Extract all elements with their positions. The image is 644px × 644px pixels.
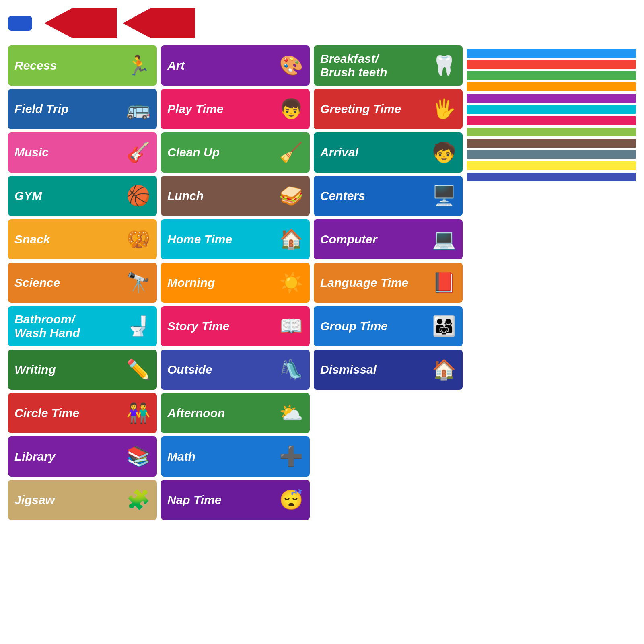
card-label: Jigsaw: [14, 493, 55, 507]
color-strip: [467, 49, 636, 58]
card-label: Snack: [14, 232, 50, 247]
card-label: Bathroom/ Wash Hand: [14, 313, 80, 340]
card-icon: 👨‍👩‍👧: [432, 315, 456, 337]
schedule-card: Lunch🥪: [161, 176, 310, 216]
schedule-card: Arrival🧒: [314, 132, 463, 173]
card-icon: ✏️: [126, 358, 150, 381]
card-icon: 🏠: [279, 228, 303, 251]
color-strip: [467, 71, 636, 80]
schedule-card: Music🎸: [8, 132, 157, 173]
svg-marker-0: [44, 8, 117, 38]
card-icon: 🧒: [432, 141, 456, 164]
card-label: Story Time: [167, 319, 230, 333]
card-icon: 😴: [279, 489, 303, 511]
card-icon: 🥨: [126, 228, 150, 251]
card-label: Clean Up: [167, 146, 220, 160]
column-1: Recess🏃Field Trip🚌Music🎸GYM🏀Snack🥨Scienc…: [8, 45, 157, 621]
color-strip: [467, 60, 636, 69]
arrow-left-2: [123, 8, 195, 38]
card-icon: 👫: [126, 402, 150, 424]
card-label: Music: [14, 146, 49, 160]
schedule-card: Art🎨: [161, 45, 310, 86]
card-icon: 🚽: [126, 315, 150, 337]
schedule-card: Jigsaw🧩: [8, 480, 157, 520]
schedule-card: Afternoon⛅: [161, 393, 310, 433]
color-strip: [467, 82, 636, 91]
card-icon: ➕: [279, 445, 303, 468]
column-2: Art🎨Play Time👦Clean Up🧹Lunch🥪Home Time🏠M…: [161, 45, 310, 621]
card-icon: 📕: [432, 272, 456, 294]
schedule-card: Math➕: [161, 436, 310, 477]
card-label: Writing: [14, 363, 56, 377]
schedule-card: Nap Time😴: [161, 480, 310, 520]
schedule-card: Dismissal🏠: [314, 350, 463, 390]
card-icon: ⛅: [279, 402, 303, 424]
schedule-card: Breakfast/ Brush teeth🦷: [314, 45, 463, 86]
card-icon: 🏃: [126, 54, 150, 77]
schedule-card: Science🔭: [8, 263, 157, 303]
card-icon: 💻: [432, 228, 456, 251]
card-label: Arrival: [320, 146, 358, 160]
card-icon: 🧩: [126, 489, 150, 511]
schedule-card: Recess🏃: [8, 45, 157, 86]
card-label: Field Trip: [14, 102, 68, 116]
card-label: Recess: [14, 59, 57, 73]
schedule-card: Centers🖥️: [314, 176, 463, 216]
schedule-card: Snack🥨: [8, 219, 157, 259]
column-strips: [467, 45, 636, 621]
color-strip: [467, 94, 636, 103]
schedule-card: Bathroom/ Wash Hand🚽: [8, 306, 157, 346]
card-icon: ☀️: [279, 272, 303, 294]
card-label: Afternoon: [167, 406, 225, 420]
schedule-card: Writing✏️: [8, 350, 157, 390]
card-icon: 🚌: [126, 98, 150, 120]
schedule-card: Circle Time👫: [8, 393, 157, 433]
schedule-card: Clean Up🧹: [161, 132, 310, 173]
card-label: Language Time: [320, 276, 409, 290]
card-label: Math: [167, 450, 195, 464]
card-label: Library: [14, 450, 56, 464]
card-icon: 🥪: [279, 185, 303, 207]
card-label: Nap Time: [167, 493, 222, 507]
schedule-card: Outside🛝: [161, 350, 310, 390]
card-label: Breakfast/ Brush teeth: [320, 52, 387, 80]
color-strip: [467, 150, 636, 159]
color-strips: [467, 45, 636, 185]
card-label: Computer: [320, 232, 377, 247]
schedule-grid: Recess🏃Field Trip🚌Music🎸GYM🏀Snack🥨Scienc…: [8, 45, 636, 621]
color-strip: [467, 105, 636, 114]
card-icon: 🖥️: [432, 185, 456, 207]
card-icon: 🦷: [432, 54, 456, 77]
card-label: Greeting Time: [320, 102, 401, 116]
arrow-left-1: [44, 8, 117, 38]
card-icon: 🧹: [279, 141, 303, 164]
header: [8, 8, 636, 38]
schedule-card: Play Time👦: [161, 89, 310, 129]
card-label: Morning: [167, 276, 215, 290]
card-icon: 👦: [279, 98, 303, 120]
schedule-card: Field Trip🚌: [8, 89, 157, 129]
schedule-card: Computer💻: [314, 219, 463, 259]
title-box: [8, 16, 32, 31]
column-3: Breakfast/ Brush teeth🦷Greeting Time🖐️Ar…: [314, 45, 463, 621]
card-label: Play Time: [167, 102, 224, 116]
schedule-card: Language Time📕: [314, 263, 463, 303]
card-icon: 🔭: [126, 272, 150, 294]
color-strip: [467, 116, 636, 125]
schedule-card: Library📚: [8, 436, 157, 477]
schedule-card: Group Time👨‍👩‍👧: [314, 306, 463, 346]
card-label: Dismissal: [320, 363, 377, 377]
card-label: Centers: [320, 189, 365, 203]
card-icon: 🎨: [279, 54, 303, 77]
card-label: Group Time: [320, 319, 388, 333]
schedule-card: Greeting Time🖐️: [314, 89, 463, 129]
color-strip: [467, 161, 636, 170]
arrows: [44, 8, 195, 38]
card-icon: 📖: [279, 315, 303, 337]
color-strip: [467, 128, 636, 136]
schedule-card: Story Time📖: [161, 306, 310, 346]
card-label: Art: [167, 59, 185, 73]
svg-marker-1: [123, 8, 195, 38]
color-strip: [467, 139, 636, 148]
card-label: GYM: [14, 189, 42, 203]
